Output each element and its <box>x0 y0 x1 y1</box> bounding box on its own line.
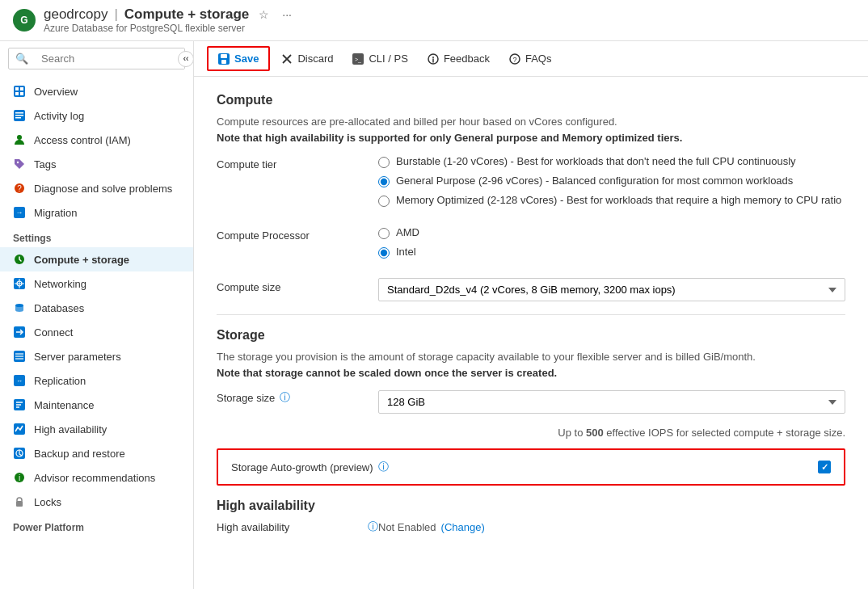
sidebar-item-label: Advisor recommendations <box>34 472 155 484</box>
sidebar-item-replication[interactable]: ↔ Replication <box>0 368 193 393</box>
discard-button[interactable]: Discard <box>273 48 341 69</box>
more-options-button[interactable]: ··· <box>279 6 295 23</box>
compute-section-title: Compute <box>217 93 845 107</box>
auto-growth-checkbox[interactable] <box>818 461 831 473</box>
amd-radio[interactable] <box>378 228 390 239</box>
svg-rect-41 <box>221 60 226 64</box>
svg-rect-4 <box>20 92 23 95</box>
search-input[interactable] <box>35 48 184 69</box>
maintenance-icon <box>13 398 26 411</box>
svg-point-47 <box>432 57 434 58</box>
sidebar-item-migration[interactable]: → Migration <box>0 200 193 225</box>
server-parameters-icon <box>13 350 26 363</box>
storage-section: Storage The storage you provision is the… <box>217 328 845 486</box>
sidebar-item-access-control[interactable]: Access control (IAM) <box>0 128 193 152</box>
svg-rect-6 <box>15 112 23 114</box>
sidebar-item-maintenance[interactable]: Maintenance <box>0 393 193 417</box>
page-title: Compute + storage <box>124 6 249 23</box>
overview-icon <box>13 85 26 98</box>
sidebar-item-databases[interactable]: Databases <box>0 296 193 320</box>
storage-size-info-icon[interactable]: ⓘ <box>280 390 290 405</box>
compute-size-dropdown[interactable]: Standard_D2ds_v4 (2 vCores, 8 GiB memory… <box>378 278 845 301</box>
save-icon <box>218 53 230 65</box>
memory-optimized-radio[interactable] <box>378 196 390 207</box>
save-button[interactable]: Save <box>207 46 270 71</box>
sidebar-search-section: 🔍 ‹‹ <box>0 41 193 76</box>
auto-growth-label-wrap: Storage Auto-growth (preview) ⓘ <box>231 460 808 474</box>
sidebar-item-connect[interactable]: Connect <box>0 320 193 344</box>
sidebar-item-diagnose[interactable]: ? Diagnose and solve problems <box>0 176 193 200</box>
general-purpose-radio[interactable] <box>378 176 390 187</box>
sidebar-item-label: High availability <box>34 423 107 435</box>
discard-icon <box>281 53 293 65</box>
sidebar-item-activity-log[interactable]: Activity log <box>0 103 193 128</box>
sidebar-item-locks[interactable]: Locks <box>0 490 193 514</box>
sidebar-item-backup-restore[interactable]: Backup and restore <box>0 441 193 465</box>
toolbar: Save Discard >_ CLI / PS Feedback ? FAQs <box>194 41 868 77</box>
cli-ps-button[interactable]: >_ CLI / PS <box>344 48 415 69</box>
sidebar-item-label: Server parameters <box>34 351 121 363</box>
sidebar-item-tags[interactable]: Tags <box>0 152 193 176</box>
faqs-button[interactable]: ? FAQs <box>501 48 560 69</box>
ha-label-wrap: High availability ⓘ <box>217 520 378 534</box>
sidebar-item-label: Activity log <box>34 110 84 122</box>
ha-info-icon[interactable]: ⓘ <box>368 520 378 534</box>
sidebar-item-label: Connect <box>34 326 73 339</box>
collapse-sidebar-button[interactable]: ‹‹ <box>178 51 194 67</box>
burstable-option[interactable]: Burstable (1-20 vCores) - Best for workl… <box>378 155 845 168</box>
svg-rect-40 <box>221 54 227 58</box>
burstable-radio[interactable] <box>378 157 390 168</box>
sidebar-item-label: Access control (IAM) <box>34 134 131 146</box>
sidebar-item-label: Databases <box>34 302 84 314</box>
compute-size-label: Compute size <box>217 278 378 293</box>
svg-text:>_: >_ <box>355 57 361 63</box>
settings-section-label: Settings <box>0 225 193 247</box>
sidebar-navigation: Overview Activity log Access control (IA… <box>0 76 193 540</box>
svg-text:i: i <box>19 473 20 482</box>
feedback-button[interactable]: Feedback <box>419 48 498 69</box>
auto-growth-section: Storage Auto-growth (preview) ⓘ <box>217 448 845 486</box>
intel-option[interactable]: Intel <box>378 246 845 259</box>
high-availability-icon <box>13 423 26 435</box>
compute-section: Compute Compute resources are pre-alloca… <box>217 93 845 301</box>
page-content: Compute Compute resources are pre-alloca… <box>194 77 868 589</box>
cli-icon: >_ <box>352 53 364 65</box>
ha-change-link[interactable]: (Change) <box>441 521 485 533</box>
main-layout: 🔍 ‹‹ Overview Activity log <box>0 41 868 589</box>
svg-text:?: ? <box>512 56 516 64</box>
svg-rect-7 <box>15 115 23 116</box>
advisor-icon: i <box>13 471 26 484</box>
general-purpose-option[interactable]: General Purpose (2-96 vCores) - Balanced… <box>378 175 845 187</box>
sidebar-item-high-availability[interactable]: High availability <box>0 417 193 441</box>
svg-rect-8 <box>15 117 21 119</box>
compute-processor-label: Compute Processor <box>217 226 378 242</box>
sidebar-item-overview[interactable]: Overview <box>0 79 193 103</box>
processor-options: AMD Intel <box>378 226 845 259</box>
search-wrap: 🔍 <box>8 48 185 69</box>
ha-value: Not Enabled <box>378 521 436 533</box>
svg-rect-38 <box>16 501 23 507</box>
intel-radio[interactable] <box>378 247 390 259</box>
replication-icon: ↔ <box>13 374 26 387</box>
title-separator: | <box>114 6 117 23</box>
auto-growth-info-icon[interactable]: ⓘ <box>378 460 389 474</box>
memory-optimized-option[interactable]: Memory Optimized (2-128 vCores) - Best f… <box>378 194 845 207</box>
auto-growth-label: Storage Auto-growth (preview) <box>231 461 373 473</box>
databases-icon <box>13 301 26 314</box>
locks-icon <box>13 495 26 508</box>
amd-option[interactable]: AMD <box>378 226 845 239</box>
sidebar-item-advisor[interactable]: i Advisor recommendations <box>0 465 193 490</box>
sidebar-item-label: Locks <box>34 496 61 508</box>
tags-icon <box>13 158 26 170</box>
svg-point-10 <box>17 162 19 163</box>
svg-text:?: ? <box>17 184 22 193</box>
storage-size-dropdown[interactable]: 128 GiB <box>378 390 845 414</box>
migration-icon: → <box>13 206 26 219</box>
favorite-button[interactable]: ☆ <box>255 6 272 23</box>
sidebar-item-label: Tags <box>34 158 56 170</box>
svg-rect-2 <box>20 87 23 90</box>
compute-storage-icon <box>13 253 26 266</box>
sidebar-item-compute-storage[interactable]: Compute + storage <box>0 247 193 271</box>
sidebar-item-networking[interactable]: Networking <box>0 271 193 296</box>
sidebar-item-server-parameters[interactable]: Server parameters <box>0 344 193 368</box>
